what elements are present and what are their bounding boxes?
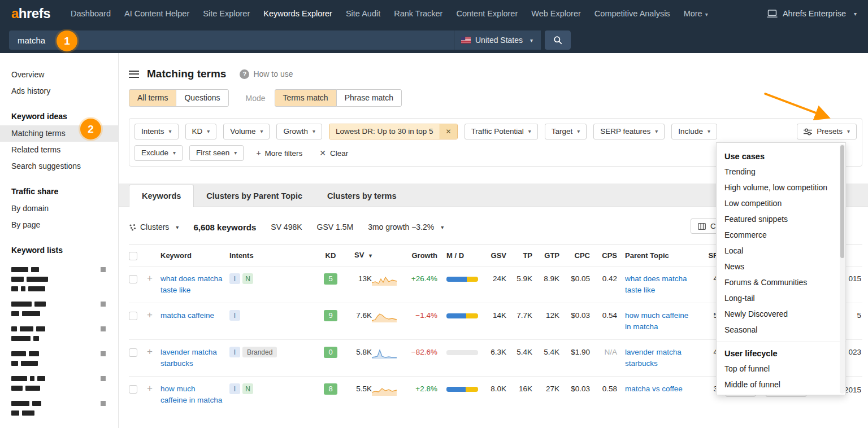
row-checkbox[interactable] (129, 385, 137, 394)
trend-sparkline[interactable] (372, 274, 397, 286)
growth-value: −1.4% (400, 310, 437, 321)
caret-down-icon: ▾ (530, 37, 533, 43)
trend-sparkline[interactable] (372, 348, 397, 359)
sidebar-item-related-terms[interactable]: Related terms (0, 142, 118, 158)
filter-serp-features[interactable]: SERP features▾ (593, 124, 665, 139)
country-selector[interactable]: United States ▾ (454, 30, 541, 50)
preset-ecommerce[interactable]: Ecommerce (717, 227, 845, 243)
col-header-kd[interactable]: KD (320, 250, 341, 261)
sidebar-item-search-suggestions[interactable]: Search suggestions (0, 158, 118, 174)
preset-long-tail[interactable]: Long-tail (717, 290, 845, 306)
nav-site-explorer[interactable]: Site Explorer (196, 9, 257, 18)
parent-topic-link[interactable]: matcha vs coffee (625, 383, 683, 395)
filter-traffic-potential[interactable]: Traffic Potential▾ (465, 124, 538, 139)
preset-middle-of-funnel[interactable]: Middle of funnel (717, 377, 845, 392)
gtp-value: 12K (532, 310, 559, 321)
keyword-link[interactable]: how much caffeine in matcha (160, 383, 224, 406)
nav-keywords-explorer[interactable]: Keywords Explorer (257, 9, 339, 18)
keyword-link[interactable]: lavender matcha starbucks (160, 347, 224, 369)
tab-clusters-by-parent-topic[interactable]: Clusters by Parent Topic (194, 185, 315, 207)
active-filter-lowest-dr[interactable]: Lowest DR: Up to 30 in top 5 ✕ (329, 124, 458, 139)
sidebar-item-by-page[interactable]: By page (0, 217, 118, 233)
row-checkbox[interactable] (129, 312, 137, 320)
tab-questions[interactable]: Questions (176, 89, 228, 107)
presets-button[interactable]: Presets▾ (797, 124, 857, 139)
nav-ai-content-helper[interactable]: AI Content Helper (118, 9, 196, 18)
col-header-parent-topic[interactable]: Parent Topic (625, 250, 703, 261)
filter-kd[interactable]: KD▾ (185, 124, 217, 139)
add-to-list-icon[interactable]: + (146, 273, 153, 283)
preset-trending[interactable]: Trending (717, 164, 845, 180)
preset-featured-snippets[interactable]: Featured snippets (717, 211, 845, 227)
col-header-intents[interactable]: Intents (229, 250, 320, 261)
add-to-list-icon[interactable]: + (146, 310, 153, 320)
total-search-volume: SV 498K (271, 222, 302, 232)
nav-competitive-analysis[interactable]: Competitive Analysis (588, 9, 677, 18)
filter-volume[interactable]: Volume▾ (223, 124, 270, 139)
col-header-md[interactable]: M / D (446, 250, 479, 261)
filter-target[interactable]: Target▾ (545, 124, 587, 139)
preset-local[interactable]: Local (717, 243, 845, 259)
nav-site-audit[interactable]: Site Audit (339, 9, 387, 18)
keyword-link[interactable]: matcha caffeine (160, 310, 214, 321)
growth-3mo-toggle[interactable]: 3mo growth −3.2%▾ (368, 222, 444, 232)
nav-content-explorer[interactable]: Content Explorer (449, 9, 524, 18)
col-header-tp[interactable]: TP (506, 250, 532, 261)
filter-first-seen[interactable]: First seen▾ (189, 145, 244, 161)
scrollbar-thumb[interactable] (840, 145, 844, 258)
parent-topic-link[interactable]: lavender matcha starbucks (625, 347, 692, 369)
preset-seasonal[interactable]: Seasonal (717, 322, 845, 338)
parent-topic-link[interactable]: how much caffeine in matcha (625, 310, 692, 333)
select-all-checkbox[interactable] (129, 252, 137, 260)
menu-icon[interactable] (129, 71, 139, 78)
account-menu[interactable]: Ahrefs Enterprise ▾ (767, 9, 857, 18)
filter-exclude[interactable]: Exclude▾ (134, 145, 183, 161)
col-header-gsv[interactable]: GSV (479, 250, 506, 261)
sidebar-item-by-domain[interactable]: By domain (0, 200, 118, 217)
filter-growth[interactable]: Growth▾ (276, 124, 322, 139)
parent-topic-link[interactable]: what does matcha taste like (625, 273, 692, 296)
trend-sparkline[interactable] (372, 385, 397, 396)
filter-include[interactable]: Include▾ (671, 124, 717, 139)
preset-high-volume-low-competition[interactable]: High volume, low competition (717, 180, 845, 195)
how-to-use-link[interactable]: ? How to use (240, 69, 293, 79)
ahrefs-logo[interactable]: ahrefs (11, 6, 50, 21)
sidebar-header-keyword-ideas: Keyword ideas (0, 99, 118, 125)
col-header-growth[interactable]: Growth (400, 250, 437, 261)
preset-news[interactable]: News (717, 259, 845, 274)
search-button[interactable] (545, 30, 571, 50)
tab-all-terms[interactable]: All terms (129, 89, 176, 107)
col-header-cps[interactable]: CPS (590, 250, 617, 261)
preset-newly-discovered[interactable]: Newly Discovered (717, 306, 845, 322)
preset-forums-communities[interactable]: Forums & Communities (717, 274, 845, 290)
nav-rank-tracker[interactable]: Rank Tracker (387, 9, 449, 18)
col-header-gtp[interactable]: GTP (532, 250, 559, 261)
keyword-link[interactable]: what does matcha taste like (160, 273, 224, 296)
clusters-toggle[interactable]: Clusters▾ (129, 222, 179, 232)
trend-sparkline[interactable] (372, 311, 397, 322)
tab-terms-match[interactable]: Terms match (275, 89, 337, 107)
row-checkbox[interactable] (129, 275, 137, 283)
col-header-cpc[interactable]: CPC (559, 250, 590, 261)
col-header-keyword[interactable]: Keyword (160, 250, 229, 261)
sidebar-item-ads-history[interactable]: Ads history (0, 83, 118, 99)
nav-web-explorer[interactable]: Web Explorer (524, 9, 588, 18)
sidebar-item-overview[interactable]: Overview (0, 67, 118, 83)
preset-low-competition[interactable]: Low competition (717, 195, 845, 211)
col-header-sv[interactable]: SV ▾ (341, 250, 372, 261)
preset-top-of-funnel[interactable]: Top of funnel (717, 361, 845, 377)
add-to-list-icon[interactable]: + (146, 383, 153, 394)
intent-badge-branded: Branded (242, 347, 277, 357)
clear-filters-button[interactable]: ✕Clear (318, 146, 349, 160)
nav-dashboard[interactable]: Dashboard (64, 9, 118, 18)
dropdown-scrollbar[interactable] (840, 144, 845, 394)
nav-more[interactable]: More▾ (677, 9, 715, 18)
tab-phrase-match[interactable]: Phrase match (336, 89, 402, 107)
remove-filter-icon[interactable]: ✕ (440, 124, 457, 139)
filter-intents[interactable]: Intents▾ (134, 124, 179, 139)
tab-clusters-by-terms[interactable]: Clusters by terms (315, 185, 409, 207)
row-checkbox[interactable] (129, 348, 137, 357)
add-to-list-icon[interactable]: + (146, 347, 153, 357)
tab-keywords[interactable]: Keywords (129, 185, 194, 207)
more-filters-button[interactable]: +More filters (255, 146, 303, 160)
